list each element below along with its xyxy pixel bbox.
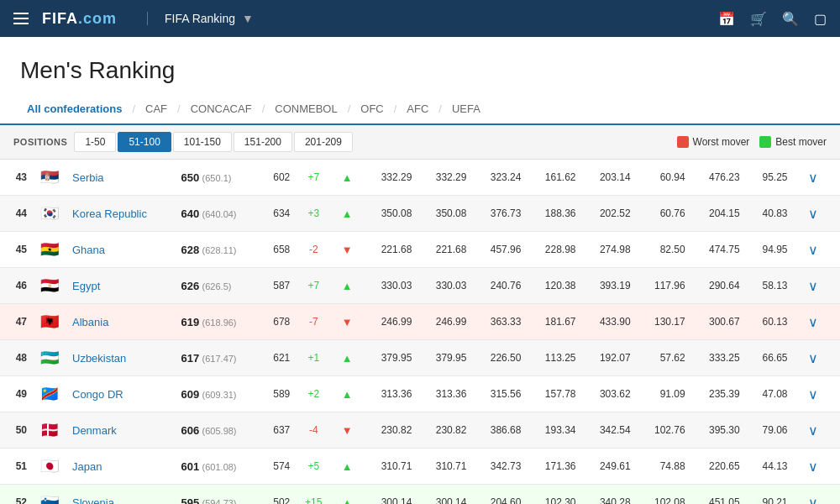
rank-number: 44: [0, 196, 34, 232]
conf-tab-uefa[interactable]: UEFA: [445, 94, 487, 123]
points-sub: (640.04): [202, 209, 237, 219]
expand-cell[interactable]: ∨: [795, 232, 840, 268]
expand-cell[interactable]: ∨: [795, 160, 840, 196]
search-icon[interactable]: 🔍: [782, 11, 799, 27]
country-name[interactable]: Korea Republic: [72, 207, 147, 220]
change-value: +15: [297, 485, 330, 505]
expand-button[interactable]: ∨: [801, 387, 825, 402]
prev-points: 602: [260, 160, 297, 196]
expand-cell[interactable]: ∨: [795, 449, 840, 485]
country-name-cell: Congo DR: [66, 376, 175, 412]
country-flag: 🇩🇰: [40, 422, 59, 438]
legend: Worst mover Best mover: [677, 136, 827, 148]
change-value: -7: [297, 304, 330, 340]
pos-tab-151-200[interactable]: 151-200: [234, 132, 292, 152]
pos-tab-201-209[interactable]: 201-209: [294, 132, 353, 152]
country-name[interactable]: Denmark: [72, 424, 117, 437]
col5: 203.14: [583, 160, 638, 196]
points-sub: (650.1): [202, 173, 232, 183]
pos-tab-101-150[interactable]: 101-150: [173, 132, 232, 152]
expand-cell[interactable]: ∨: [795, 412, 840, 449]
calendar-icon[interactable]: 📅: [718, 11, 735, 27]
col1: 246.99: [364, 304, 418, 340]
country-name[interactable]: Slovenia: [72, 496, 114, 505]
expand-cell[interactable]: ∨: [795, 196, 840, 232]
conf-tab-all[interactable]: All confederations: [20, 94, 129, 125]
col4: 228.98: [528, 232, 582, 268]
pos-tab-51-100[interactable]: 51-100: [118, 132, 171, 152]
table-row: 47 🇦🇱 Albania 619 (618.96) 678 -7 ▼ 246.…: [0, 304, 840, 340]
worst-mover-label: Worst mover: [693, 136, 750, 148]
col7: 476.23: [692, 160, 747, 196]
col2: 230.82: [418, 412, 473, 449]
expand-button[interactable]: ∨: [801, 459, 825, 474]
expand-button[interactable]: ∨: [801, 423, 825, 438]
points-main: 628: [181, 244, 200, 256]
table-row: 49 🇨🇩 Congo DR 609 (609.31) 589 +2 ▲ 313…: [0, 376, 840, 412]
hamburger-menu[interactable]: [13, 13, 29, 24]
table-row: 44 🇰🇷 Korea Republic 640 (640.04) 634 +3…: [0, 196, 840, 232]
conf-tab-conmebol[interactable]: CONMEBOL: [268, 94, 344, 123]
conf-tab-concacaf[interactable]: CONCACAF: [184, 94, 259, 123]
col1: 330.03: [364, 268, 418, 304]
best-mover-label: Best mover: [775, 136, 827, 148]
expand-cell[interactable]: ∨: [795, 340, 840, 376]
col6: 74.88: [638, 449, 692, 485]
flag-cell: 🇺🇿: [34, 340, 66, 376]
table-row: 48 🇺🇿 Uzbekistan 617 (617.47) 621 +1 ▲ 3…: [0, 340, 840, 376]
country-name[interactable]: Serbia: [72, 171, 104, 184]
expand-button[interactable]: ∨: [801, 171, 825, 185]
user-icon[interactable]: ▢: [814, 11, 827, 27]
conf-tab-ofc[interactable]: OFC: [354, 94, 390, 123]
arrow-cell: ▲: [330, 160, 364, 196]
country-name[interactable]: Albania: [72, 316, 108, 328]
prev-points: 589: [260, 376, 297, 412]
col5: 393.19: [583, 268, 638, 304]
col8: 44.13: [747, 449, 795, 485]
col4: 171.36: [528, 449, 582, 485]
header-icons: 📅 🛒 🔍 ▢: [718, 11, 827, 27]
country-name[interactable]: Ghana: [72, 244, 105, 256]
col3: 204.60: [473, 485, 528, 505]
country-name[interactable]: Egypt: [72, 280, 100, 292]
rank-number: 46: [0, 268, 34, 304]
table-row: 43 🇷🇸 Serbia 650 (650.1) 602 +7 ▲ 332.29…: [0, 160, 840, 196]
best-mover-icon: [759, 136, 771, 148]
expand-button[interactable]: ∨: [801, 279, 825, 293]
col5: 342.54: [583, 412, 638, 449]
expand-button[interactable]: ∨: [801, 315, 825, 329]
prev-points: 637: [260, 412, 297, 449]
col7: 474.75: [692, 232, 747, 268]
points-main: 595: [181, 496, 200, 505]
country-name[interactable]: Congo DR: [72, 388, 123, 401]
conf-tab-caf[interactable]: CAF: [139, 94, 174, 123]
page-title: Men's Ranking: [0, 37, 840, 94]
col4: 188.36: [528, 196, 582, 232]
expand-button[interactable]: ∨: [801, 243, 825, 257]
table-row: 52 🇸🇮 Slovenia 595 (594.73) 502 +15 ▲ 30…: [0, 485, 840, 505]
col7: 290.64: [692, 268, 747, 304]
pos-tab-1-50[interactable]: 1-50: [74, 132, 116, 152]
expand-button[interactable]: ∨: [801, 207, 825, 221]
col5: 274.98: [583, 232, 638, 268]
col2: 221.68: [418, 232, 473, 268]
prev-points: 678: [260, 304, 297, 340]
points-main: 619: [181, 316, 200, 328]
expand-cell[interactable]: ∨: [795, 376, 840, 412]
flag-cell: 🇰🇷: [34, 196, 66, 232]
expand-cell[interactable]: ∨: [795, 304, 840, 340]
flag-cell: 🇯🇵: [34, 449, 66, 485]
rank-number: 43: [0, 160, 34, 196]
col2: 330.03: [418, 268, 473, 304]
expand-button[interactable]: ∨: [801, 496, 825, 505]
expand-cell[interactable]: ∨: [795, 268, 840, 304]
col6: 60.76: [638, 196, 692, 232]
country-name[interactable]: Japan: [72, 460, 102, 473]
expand-button[interactable]: ∨: [801, 351, 825, 365]
arrow-cell: ▼: [330, 232, 364, 268]
col4: 113.25: [528, 340, 582, 376]
expand-cell[interactable]: ∨: [795, 485, 840, 505]
country-name[interactable]: Uzbekistan: [72, 352, 126, 365]
conf-tab-afc[interactable]: AFC: [400, 94, 435, 123]
cart-icon[interactable]: 🛒: [750, 11, 767, 27]
